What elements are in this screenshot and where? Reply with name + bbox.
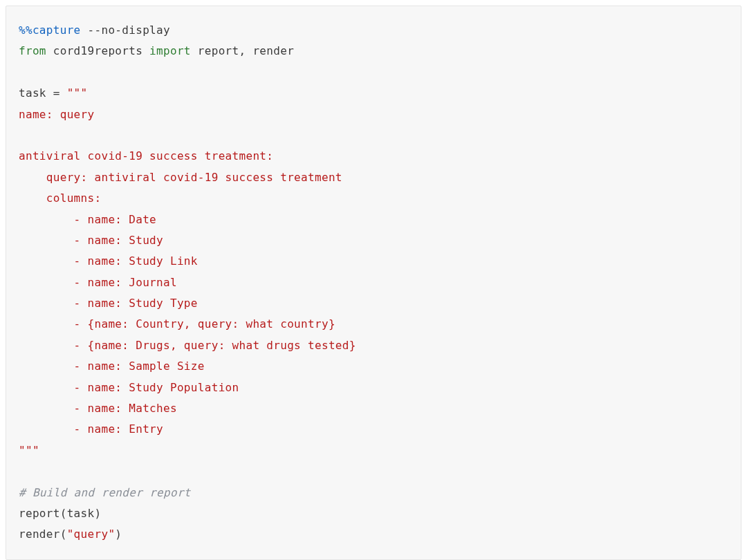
string-line: - name: Study Population bbox=[19, 381, 239, 394]
string-line: - name: Journal bbox=[19, 276, 177, 289]
string-line: - {name: Country, query: what country} bbox=[19, 317, 335, 330]
code-block: %%capture --no-display from cord19report… bbox=[19, 20, 728, 545]
module-name: cord19reports bbox=[46, 44, 149, 57]
string-arg: "query" bbox=[67, 528, 116, 541]
string-line: - name: Matches bbox=[19, 402, 177, 415]
imported-names: report, render bbox=[191, 44, 294, 57]
string-line: - name: Study Link bbox=[19, 254, 198, 268]
string-open: """ bbox=[67, 86, 88, 100]
magic-args: --no-display bbox=[81, 24, 170, 37]
keyword-from: from bbox=[19, 44, 46, 57]
magic-command: %%capture bbox=[19, 24, 81, 37]
string-line: - name: Entry bbox=[19, 422, 163, 436]
comment: # Build and render report bbox=[19, 486, 191, 499]
string-line: columns: bbox=[19, 192, 101, 205]
string-line: - name: Date bbox=[19, 213, 156, 226]
assignment: task = bbox=[19, 86, 67, 100]
string-line: antiviral covid-19 success treatment: bbox=[19, 149, 273, 162]
string-line: query: antiviral covid-19 success treatm… bbox=[19, 171, 342, 184]
call-report: report(task) bbox=[19, 507, 101, 520]
keyword-import: import bbox=[149, 44, 191, 57]
call-render-head: render( bbox=[19, 528, 67, 541]
string-line: - name: Study Type bbox=[19, 297, 198, 310]
string-line: - name: Study bbox=[19, 234, 163, 247]
string-line: name: query bbox=[19, 108, 94, 121]
string-line: - name: Sample Size bbox=[19, 360, 205, 373]
string-close: """ bbox=[19, 444, 39, 457]
code-cell: %%capture --no-display from cord19report… bbox=[6, 6, 741, 560]
call-render-tail: ) bbox=[115, 528, 122, 541]
string-line: - {name: Drugs, query: what drugs tested… bbox=[19, 339, 356, 352]
